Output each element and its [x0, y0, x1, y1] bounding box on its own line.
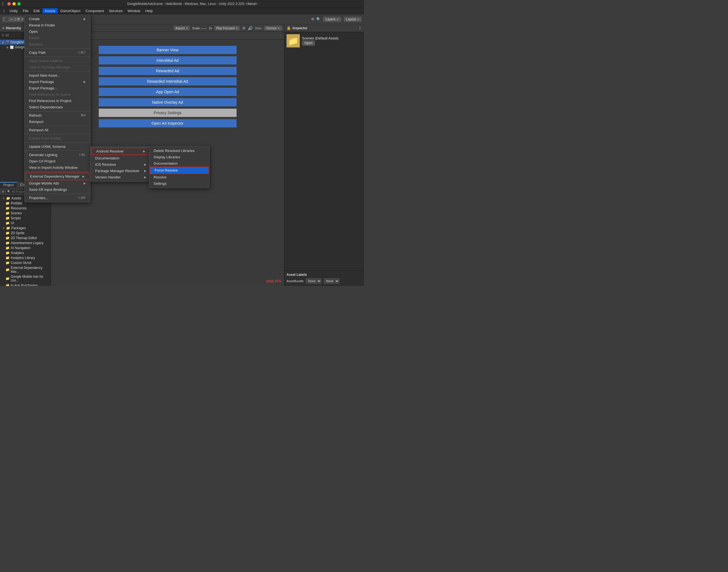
assets-context-menu: Create ▶ Reveal in Finder Open Delete Re… [24, 14, 90, 202]
menu-delete-resolved-libs[interactable]: Delete Resolved Libraries [149, 148, 209, 154]
menu-select-dependencies[interactable]: Select Dependencies [24, 104, 90, 110]
menu-import-package[interactable]: Import Package ▶ [24, 79, 90, 85]
menu-import-new-asset[interactable]: Import New Asset... [24, 72, 90, 79]
gen-lighting-shortcut: ⇧⌘L [79, 153, 86, 157]
menu-refresh[interactable]: Refresh ⌘R [24, 112, 90, 119]
menu-open-csharp[interactable]: Open C# Project [24, 158, 90, 164]
separator-10 [24, 194, 90, 194]
separator-6 [24, 134, 90, 134]
separator-4 [24, 111, 90, 112]
submenu-arrow-icon: ▶ [84, 182, 86, 185]
menu-reimport-all[interactable]: Reimport All [24, 127, 90, 133]
menu-open[interactable]: Open [24, 28, 90, 35]
copy-path-shortcut: ⌥⌘C [77, 51, 86, 54]
submenu-arrow-icon: ▶ [143, 150, 145, 153]
menu-edm[interactable]: External Dependency Manager ▶ [25, 173, 90, 180]
submenu-arrow-icon: ▶ [84, 80, 86, 83]
menu-open-scene-additive: Open Scene Additive [24, 58, 90, 64]
separator-2 [24, 57, 90, 57]
menu-find-refs-project[interactable]: Find References In Project [24, 98, 90, 104]
menu-copy-path[interactable]: Copy Path ⌥⌘C [24, 49, 90, 56]
menu-properties[interactable]: Properties... ⌥⌘P [24, 195, 90, 201]
menu-android-resolver[interactable]: Android Resolver ▶ [91, 148, 150, 155]
separator-3 [24, 71, 90, 71]
properties-shortcut: ⌥⌘P [77, 196, 86, 200]
menu-find-refs-scene: Find References In Scene [24, 91, 90, 98]
menu-generate-lighting[interactable]: Generate Lighting ⇧⌘L [24, 152, 90, 158]
menu-version-handler[interactable]: Version Handler ▶ [91, 174, 151, 181]
menu-view-import-activity[interactable]: View in Import Activity Window [24, 164, 90, 171]
menu-reveal-finder[interactable]: Reveal in Finder [24, 22, 90, 28]
submenu-arrow-icon: ▶ [82, 175, 85, 178]
menu-android-docs[interactable]: Documentation [149, 160, 209, 166]
submenu-arrow-icon: ▶ [84, 17, 86, 20]
menu-update-uxml[interactable]: Update UXML Schema [24, 143, 90, 150]
menu-extract-prefab: Extract From Prefab [24, 135, 90, 141]
menu-android-settings[interactable]: Settings [149, 181, 209, 187]
menu-create[interactable]: Create ▶ [24, 16, 90, 22]
menu-rename: Rename [24, 41, 90, 48]
submenu-arrow-icon: ▶ [144, 169, 146, 172]
separator-9 [24, 171, 90, 172]
refresh-shortcut: ⌘R [80, 114, 86, 117]
menu-seed-xr[interactable]: Seed XR Input Bindings [24, 187, 90, 193]
menu-export-package[interactable]: Export Package... [24, 85, 90, 91]
menu-reimport[interactable]: Reimport [24, 119, 90, 125]
menu-delete: Delete [24, 35, 90, 41]
menu-google-mobile-ads[interactable]: Google Mobile Ads ▶ [24, 180, 90, 187]
menu-ios-resolver[interactable]: iOS Resolver ▶ [91, 161, 151, 168]
menu-pkg-manager-resolver[interactable]: Package Manager Resolver ▶ [91, 168, 151, 174]
submenu-arrow-icon: ▶ [144, 176, 146, 179]
menu-resolve[interactable]: Resolve [149, 174, 209, 181]
submenu-arrow-icon: ▶ [144, 163, 146, 166]
menu-display-libraries[interactable]: Display Libraries [149, 154, 209, 160]
menu-edm-docs[interactable]: Documentation [91, 155, 151, 161]
dropdown-overlay: Create ▶ Reveal in Finder Open Delete Re… [0, 0, 364, 286]
separator-7 [24, 142, 90, 143]
separator-1 [24, 48, 90, 49]
menu-force-resolve[interactable]: Force Resolve [150, 166, 209, 174]
edm-submenu: Android Resolver ▶ Documentation iOS Res… [90, 146, 151, 182]
menu-view-package-manager: View in Package Manager [24, 64, 90, 70]
android-resolver-submenu: Delete Resolved Libraries Display Librar… [149, 146, 210, 188]
